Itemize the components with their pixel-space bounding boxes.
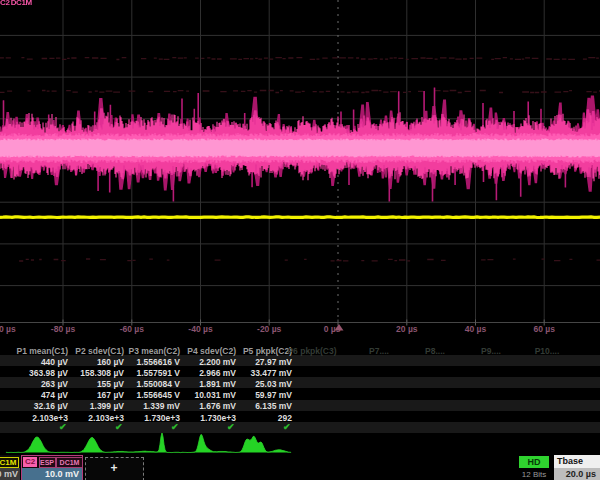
svg-text:20 µs: 20 µs — [396, 324, 418, 334]
svg-text:-100 µs: -100 µs — [0, 324, 16, 334]
svg-text:-60 µs: -60 µs — [120, 324, 145, 334]
svg-text:-20 µs: -20 µs — [257, 324, 282, 334]
svg-text:60 µs: 60 µs — [533, 324, 555, 334]
svg-text:40 µs: 40 µs — [465, 324, 487, 334]
svg-text:-80 µs: -80 µs — [51, 324, 76, 334]
svg-text:-40 µs: -40 µs — [188, 324, 213, 334]
